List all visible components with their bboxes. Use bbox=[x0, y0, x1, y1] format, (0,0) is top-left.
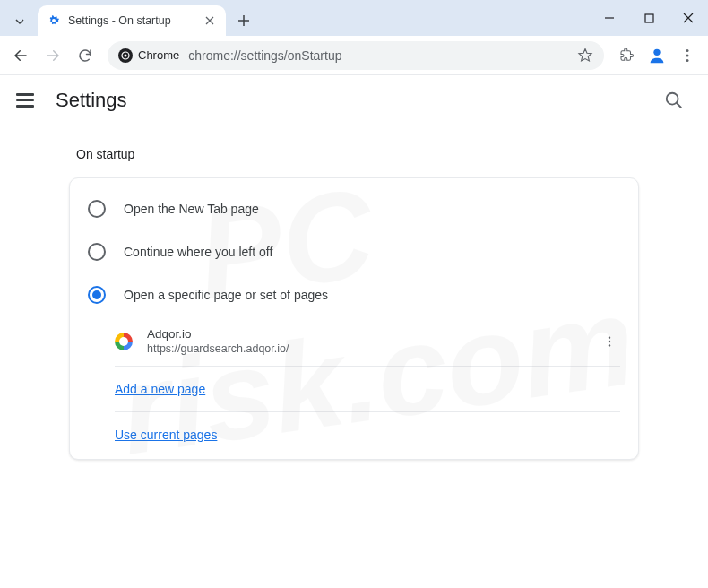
radio-open-new-tab[interactable]: Open the New Tab page bbox=[70, 187, 638, 230]
radio-icon bbox=[88, 243, 106, 261]
radio-label: Open the New Tab page bbox=[124, 202, 259, 216]
svg-point-3 bbox=[653, 48, 660, 55]
arrow-left-icon bbox=[13, 48, 29, 64]
radio-label: Continue where you left off bbox=[124, 245, 272, 259]
startup-page-row: Adqor.io https://guardsearch.adqor.io/ bbox=[115, 316, 620, 367]
back-button[interactable] bbox=[5, 40, 36, 71]
minimize-button[interactable] bbox=[590, 0, 629, 36]
radio-label: Open a specific page or set of pages bbox=[124, 288, 328, 302]
url-text: chrome://settings/onStartup bbox=[188, 48, 568, 63]
settings-content: On startup Open the New Tab page Continu… bbox=[0, 125, 708, 460]
tab-search-dropdown[interactable] bbox=[7, 7, 32, 36]
reload-button[interactable] bbox=[70, 40, 100, 71]
site-chip-label: Chrome bbox=[138, 48, 179, 62]
svg-point-2 bbox=[125, 54, 127, 56]
bookmark-button[interactable] bbox=[577, 48, 593, 64]
browser-tab[interactable]: Settings - On startup bbox=[38, 5, 226, 36]
svg-point-7 bbox=[667, 93, 678, 105]
section-title: On startup bbox=[69, 134, 639, 177]
more-vertical-icon bbox=[603, 335, 616, 348]
arrow-right-icon bbox=[45, 48, 61, 64]
svg-point-4 bbox=[686, 49, 689, 52]
search-settings-button[interactable] bbox=[656, 82, 692, 118]
use-current-row: Use current pages bbox=[115, 412, 620, 450]
profile-icon bbox=[647, 46, 667, 65]
page-actions-button[interactable] bbox=[599, 331, 620, 352]
svg-point-10 bbox=[609, 344, 610, 346]
close-icon bbox=[205, 16, 214, 25]
close-window-button[interactable] bbox=[669, 0, 708, 36]
search-icon bbox=[664, 91, 684, 110]
browser-toolbar: Chrome chrome://settings/onStartup bbox=[0, 36, 708, 75]
radio-icon bbox=[88, 286, 106, 304]
window-titlebar: Settings - On startup bbox=[0, 0, 708, 36]
star-icon bbox=[577, 48, 593, 64]
on-startup-section: On startup Open the New Tab page Continu… bbox=[69, 134, 639, 460]
add-new-page-link[interactable]: Add a new page bbox=[115, 382, 205, 396]
gear-icon bbox=[47, 13, 61, 28]
address-bar[interactable]: Chrome chrome://settings/onStartup bbox=[108, 41, 604, 70]
radio-specific-pages[interactable]: Open a specific page or set of pages bbox=[70, 273, 638, 316]
site-chip: Chrome bbox=[118, 48, 179, 63]
reload-icon bbox=[77, 48, 93, 64]
menu-toggle-button[interactable] bbox=[16, 90, 38, 111]
page-name: Adqor.io bbox=[147, 327, 599, 341]
window-controls bbox=[590, 0, 708, 36]
radio-continue[interactable]: Continue where you left off bbox=[70, 230, 638, 273]
chevron-down-icon bbox=[14, 16, 25, 27]
radio-icon bbox=[88, 200, 106, 218]
tab-title: Settings - On startup bbox=[68, 14, 197, 27]
settings-header: Settings bbox=[0, 75, 708, 125]
svg-point-5 bbox=[686, 54, 689, 56]
maximize-icon bbox=[644, 13, 654, 23]
profile-button[interactable] bbox=[643, 42, 670, 69]
menu-button[interactable] bbox=[672, 40, 703, 71]
maximize-button[interactable] bbox=[629, 0, 669, 36]
page-url: https://guardsearch.adqor.io/ bbox=[147, 342, 599, 355]
plus-icon bbox=[237, 14, 250, 27]
more-vertical-icon bbox=[680, 48, 695, 63]
svg-point-8 bbox=[609, 336, 610, 338]
extensions-icon bbox=[618, 48, 635, 64]
startup-card: Open the New Tab page Continue where you… bbox=[69, 177, 639, 460]
site-favicon-icon bbox=[115, 333, 133, 350]
svg-rect-0 bbox=[645, 14, 653, 22]
use-current-pages-link[interactable]: Use current pages bbox=[115, 428, 217, 442]
add-page-row: Add a new page bbox=[115, 367, 620, 412]
tab-close-button[interactable] bbox=[203, 13, 217, 28]
new-tab-button[interactable] bbox=[231, 8, 256, 33]
svg-point-9 bbox=[609, 340, 610, 342]
page-title: Settings bbox=[56, 89, 656, 112]
minimize-icon bbox=[604, 13, 615, 23]
hamburger-icon bbox=[16, 93, 34, 96]
close-icon bbox=[683, 13, 694, 23]
extensions-button[interactable] bbox=[611, 40, 642, 71]
startup-pages-list: Adqor.io https://guardsearch.adqor.io/ A… bbox=[115, 316, 620, 450]
chrome-logo-icon bbox=[118, 48, 133, 63]
page-text: Adqor.io https://guardsearch.adqor.io/ bbox=[147, 327, 599, 355]
svg-point-6 bbox=[686, 59, 689, 62]
forward-button[interactable] bbox=[38, 40, 68, 71]
